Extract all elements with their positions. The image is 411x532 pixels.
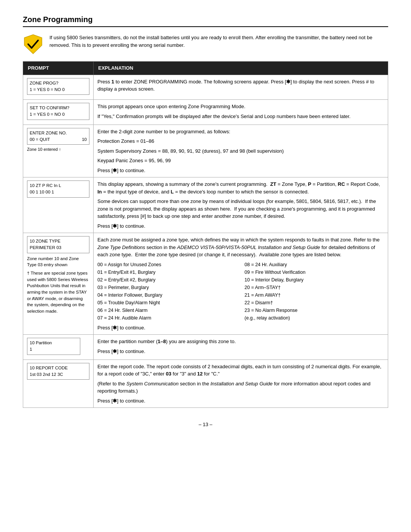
zone-summary-exp-3: Press [✱] to continue.: [97, 222, 384, 230]
svg-marker-0: [24, 35, 42, 54]
zone-summary-value: 00 1 10 00 1: [30, 189, 87, 195]
list-item: 09 = Fire Without Verification: [245, 268, 384, 276]
table-row: ZONE PROG? 1 = YES 0 = NO 0 Press 1 to e…: [23, 75, 388, 100]
list-item: 04 = Interior Follower, Burglary: [97, 291, 237, 299]
list-item: 21 = Arm AWAY†: [245, 291, 384, 299]
table-row: 10 Partition 1 Enter the partition numbe…: [23, 335, 388, 360]
table-row: 10 ZT P RC In L 00 1 10 00 1 This displa…: [23, 177, 388, 233]
confirm-exp-2: If "Yes," Confirmation prompts will be d…: [97, 113, 384, 120]
explanation-cell-zone-no: Enter the 2-digit zone number to be prog…: [94, 125, 388, 177]
prompt-cell-zone-prog: ZONE PROG? 1 = YES 0 = NO 0: [23, 75, 94, 100]
zone-no-exp-2: Protection Zones = 01–86: [97, 137, 384, 145]
zone-type-exp-1: Each zone must be assigned a zone type, …: [97, 236, 384, 259]
zone-type-label1: 10 ZONE TYPE: [30, 238, 87, 244]
prompt-box-zone-prog: ZONE PROG? 1 = YES 0 = NO 0: [27, 78, 89, 95]
list-item: 03 = Perimeter, Burglary: [97, 284, 237, 291]
zone-type-value-right: 03: [56, 245, 61, 250]
partition-value: 1: [30, 346, 78, 353]
prompt-cell-zone-summary: 10 ZT P RC In L 00 1 10 00 1: [23, 177, 94, 233]
col-header-prompt: PROMPT: [23, 62, 94, 75]
prompt-box-report-code: 10 REPORT CODE 1st 03 2nd 12 3C: [27, 363, 89, 380]
zone-no-exp-3: System Supervisory Zones = 88, 89, 90, 9…: [97, 147, 384, 155]
zone-summary-exp-2: Some devices can support more than one z…: [97, 198, 384, 220]
page-number: – 13 –: [23, 422, 388, 427]
confirm-value: 1 = YES 0 = NO 0: [30, 111, 87, 118]
report-code-exp-2: (Refer to the System Communication secti…: [97, 380, 384, 395]
zone-type-note1: Zone number 10 and Zone Type 03 entry sh…: [27, 256, 89, 268]
checkmark-icon: [23, 34, 43, 54]
partition-exp-1: Enter the partition number (1–8) you are…: [97, 338, 384, 345]
zone-no-note: Zone 10 entered ↑: [27, 146, 89, 153]
prompt-box-zone-no: ENTER ZONE NO. 00 = QUIT 10: [27, 128, 89, 145]
page-title: Zone Programming: [23, 15, 388, 27]
zone-no-right: 10: [82, 136, 87, 143]
partition-exp-2: Press [✱] to continue.: [97, 348, 384, 355]
zone-no-exp-1: Enter the 2-digit zone number to be prog…: [97, 128, 384, 136]
list-item: 06 = 24 Hr. Silent Alarm: [97, 307, 237, 314]
explanation-cell-report-code: Enter the report code. The report code c…: [94, 359, 388, 408]
list-item: 23 = No Alarm Response: [245, 307, 384, 314]
list-item: 05 = Trouble Day/Alarm Night: [97, 299, 237, 307]
list-item: (e.g., relay activation): [245, 314, 384, 322]
prompt-box-confirm: SET TO CONFIRM? 1 = YES 0 = NO 0: [27, 103, 89, 120]
prompt-cell-zone-no: ENTER ZONE NO. 00 = QUIT 10 Zone 10 ente…: [23, 125, 94, 177]
notice-box: If using 5800 Series transmitters, do no…: [23, 34, 388, 54]
explanation-cell-partition: Enter the partition number (1–8) you are…: [94, 335, 388, 360]
zone-type-list: 00 = Assign for Unused Zones 08 = 24 Hr.…: [97, 261, 384, 322]
report-code-exp-3: Press [✱] to continue.: [97, 397, 384, 405]
report-code-exp-1: Enter the report code. The report code c…: [97, 363, 384, 378]
zone-prog-explanation: Press 1 to enter ZONE PROGRAMMING mode. …: [97, 78, 384, 93]
report-code-label: 10 REPORT CODE: [30, 365, 87, 371]
list-item: 22 = Disarm†: [245, 299, 384, 307]
zone-no-exp-4: Keypad Panic Zones = 95, 96, 99: [97, 157, 384, 165]
explanation-cell-zone-type: Each zone must be assigned a zone type, …: [94, 233, 388, 335]
prompt-cell-confirm: SET TO CONFIRM? 1 = YES 0 = NO 0: [23, 100, 94, 125]
explanation-cell-confirm: This prompt appears once upon entering Z…: [94, 100, 388, 125]
list-item: 00 = Assign for Unused Zones: [97, 261, 237, 268]
list-item: 01 = Entry/Exit #1, Burglary: [97, 268, 237, 276]
list-item: 08 = 24 Hr. Auxiliary: [245, 261, 384, 268]
confirm-exp-1: This prompt appears once upon entering Z…: [97, 103, 384, 110]
list-item: 07 = 24 Hr. Audible Alarm: [97, 314, 237, 322]
explanation-cell-zone-prog: Press 1 to enter ZONE PROGRAMMING mode. …: [94, 75, 388, 100]
zone-no-value: 00 = QUIT 10: [30, 136, 87, 143]
zone-no-left: 00 = QUIT: [30, 136, 50, 143]
table-row: SET TO CONFIRM? 1 = YES 0 = NO 0 This pr…: [23, 100, 388, 125]
prompt-cell-zone-type: 10 ZONE TYPE PERIMETER 03 Zone number 10…: [23, 233, 94, 335]
zone-summary-label: 10 ZT P RC In L: [30, 182, 87, 189]
zone-type-label2: PERIMETER: [30, 245, 55, 250]
zone-no-label: ENTER ZONE NO.: [30, 130, 87, 136]
prompt-box-zone-summary: 10 ZT P RC In L 00 1 10 00 1: [27, 181, 89, 198]
table-row: 10 ZONE TYPE PERIMETER 03 Zone number 10…: [23, 233, 388, 335]
list-item: 20 = Arm–STAY†: [245, 284, 384, 291]
list-item: 10 = Interior Delay, Burglary: [245, 276, 384, 284]
zone-type-value-row: PERIMETER 03: [30, 244, 87, 251]
zone-type-notes: Zone number 10 and Zone Type 03 entry sh…: [27, 256, 89, 315]
zone-type-note2: † These are special zone types used with…: [27, 270, 89, 315]
table-row: 10 REPORT CODE 1st 03 2nd 12 3C Enter th…: [23, 359, 388, 408]
explanation-cell-zone-summary: This display appears, showing a summary …: [94, 177, 388, 233]
zone-type-continue: Press [✱] to continue.: [97, 324, 384, 332]
zone-prog-label: ZONE PROG?: [30, 80, 87, 86]
partition-val: 1: [30, 347, 32, 351]
notice-text: If using 5800 Series transmitters, do no…: [49, 34, 388, 49]
zone-prog-value: 1 = YES 0 = NO 0: [30, 86, 87, 93]
col-header-explanation: EXPLANATION: [94, 62, 388, 75]
prompt-cell-report-code: 10 REPORT CODE 1st 03 2nd 12 3C: [23, 359, 94, 408]
zone-summary-exp-1: This display appears, showing a summary …: [97, 181, 384, 195]
partition-label: 10 Partition: [30, 340, 78, 346]
zone-no-exp-5: Press [✱] to continue.: [97, 167, 384, 174]
prompt-cell-partition: 10 Partition 1: [23, 335, 94, 360]
confirm-label: SET TO CONFIRM?: [30, 105, 87, 111]
main-table: PROMPT EXPLANATION ZONE PROG? 1 = YES 0 …: [23, 61, 388, 408]
report-code-value: 1st 03 2nd 12 3C: [30, 371, 87, 378]
list-item: 02 = Entry/Exit #2, Burglary: [97, 276, 237, 284]
table-row: ENTER ZONE NO. 00 = QUIT 10 Zone 10 ente…: [23, 125, 388, 177]
prompt-box-zone-type: 10 ZONE TYPE PERIMETER 03: [27, 236, 89, 253]
prompt-box-partition: 10 Partition 1: [27, 338, 80, 355]
